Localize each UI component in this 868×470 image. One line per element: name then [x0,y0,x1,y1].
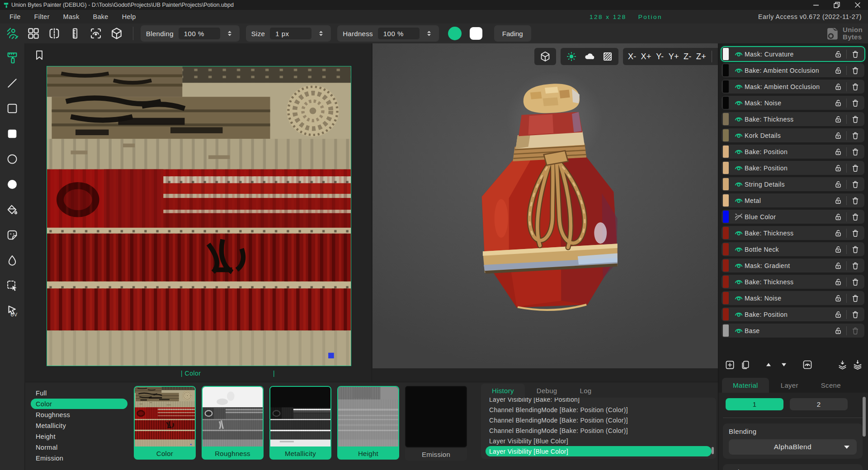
secondary-color-swatch[interactable] [470,27,482,40]
layer-visibility-button[interactable] [733,293,745,303]
history-list[interactable]: Layer Visibility [Bake: Position]Channel… [481,398,716,459]
layer-row[interactable]: Mask: Gradient [722,258,864,273]
history-entry[interactable]: Layer Visibility [Blue Color] [486,446,712,456]
background-pattern-button[interactable] [599,50,616,63]
layer-visibility-button[interactable] [733,212,745,222]
layer-lock-button[interactable] [832,82,844,91]
layer-visibility-toggle-button[interactable] [802,359,813,371]
grid-tiles-button[interactable] [24,25,42,42]
potion-model[interactable] [453,73,637,344]
layer-delete-button[interactable] [849,66,861,75]
layer-delete-button[interactable] [849,196,861,205]
layer-delete-button[interactable] [849,326,861,335]
tool-select-region[interactable] [5,278,19,293]
light-button[interactable] [563,50,580,63]
layer-delete-button[interactable] [849,82,861,91]
focus-view-button[interactable] [87,25,105,42]
move-layer-up-button[interactable] [763,359,774,371]
layer-visibility-button[interactable] [733,326,745,336]
layer-delete-button[interactable] [849,261,861,270]
layer-row[interactable]: Blue Color [722,210,864,224]
layer-lock-button[interactable] [832,196,844,205]
layer-row[interactable]: Mask: Noise [722,291,864,305]
menu-item[interactable]: Filter [28,13,57,20]
tool-water-drop[interactable] [5,253,19,268]
add-layer-button[interactable] [724,359,736,371]
layer-lock-button[interactable] [832,212,844,221]
viewport-3d[interactable]: X-X+Y-Y+Z-Z+ [373,43,718,368]
channel-item[interactable]: Normal [31,442,127,452]
history-tab[interactable]: Log [569,384,602,398]
size-stepper[interactable] [316,28,326,38]
channel-item[interactable]: Metallicity [31,420,127,431]
layer-lock-button[interactable] [832,66,844,75]
layer-delete-button[interactable] [849,310,861,319]
layer-lock-button[interactable] [832,326,844,335]
tool-fill-bucket[interactable] [5,202,19,217]
move-layer-down-button[interactable] [778,359,790,371]
merge-down-button[interactable] [836,359,848,371]
layer-lock-button[interactable] [832,180,844,189]
blending-input[interactable]: 100 % [179,28,220,39]
hardness-stepper[interactable] [425,28,434,38]
bookmark-button[interactable] [33,48,45,62]
layer-delete-button[interactable] [849,245,861,254]
material-panel-tab[interactable]: Layer [770,378,809,393]
layer-delete-button[interactable] [849,50,861,59]
channel-item[interactable]: Color [31,399,127,409]
layer-visibility-button[interactable] [733,196,745,206]
axis-view-button[interactable]: X- [626,50,639,63]
layer-visibility-button[interactable] [733,82,745,92]
material-slot-button[interactable]: 1 [726,398,783,410]
preview-metallicity[interactable]: Metallicity [269,386,331,461]
layer-delete-button[interactable] [849,99,861,108]
preview-height[interactable]: Height [337,386,399,461]
menu-item[interactable]: Help [115,13,143,20]
layer-lock-button[interactable] [832,294,844,303]
layer-row[interactable]: Mask: Ambient Occlusion [722,80,864,94]
tool-uv-select[interactable] [5,304,19,318]
material-scrollbar[interactable] [863,397,866,437]
texture-canvas[interactable] [47,66,351,366]
layer-visibility-button[interactable] [733,66,745,75]
preview-emission[interactable]: Emission [405,386,467,461]
menu-item[interactable]: File [3,13,28,20]
layer-visibility-button[interactable] [733,131,745,141]
merge-all-button[interactable] [852,359,863,371]
tool-rectangle-filled[interactable] [5,127,19,141]
layer-row[interactable]: Bake: Thickness [722,112,864,126]
layer-lock-button[interactable] [832,115,844,124]
preview-roughness[interactable]: Roughness [202,386,264,461]
layer-delete-button[interactable] [849,147,861,156]
material-panel-tab[interactable]: Material [722,378,769,393]
history-entry[interactable]: Channel BlendingMode [Bake: Position (Co… [486,415,712,425]
history-entry[interactable]: Layer Visibility [Blue Color] [486,436,712,446]
layer-delete-button[interactable] [849,164,861,173]
layer-row[interactable]: Bake: Position [722,161,864,175]
tool-circle-outline[interactable] [5,152,19,166]
layer-visibility-button[interactable] [733,179,745,189]
blending-stepper[interactable] [225,28,234,38]
history-tab[interactable]: History [481,384,525,398]
layer-row[interactable]: Bake: Thickness [722,226,864,240]
layer-lock-button[interactable] [832,277,844,287]
channel-item[interactable]: Full [31,388,127,398]
primary-color-swatch[interactable] [448,27,462,40]
minimize-button[interactable] [806,0,826,10]
layer-row[interactable]: Kork Details [722,128,864,142]
history-entry[interactable]: Channel BlendingMode [Bake: Position (Co… [486,404,712,415]
layer-delete-button[interactable] [849,180,861,189]
layer-delete-button[interactable] [849,212,861,221]
layer-row[interactable]: Mask: Noise [722,96,864,110]
layer-visibility-button[interactable] [733,114,745,124]
layer-row[interactable]: Bake: Thickness [722,275,864,289]
layer-lock-button[interactable] [832,131,844,140]
history-entry[interactable]: Channel BlendingMode [Bake: Position (Co… [486,425,712,436]
layer-visibility-button[interactable] [733,147,745,157]
layer-delete-button[interactable] [849,229,861,238]
layer-lock-button[interactable] [832,310,844,319]
maximize-button[interactable] [826,0,847,10]
history-scrollbar[interactable] [712,447,714,454]
layer-row[interactable]: Bake: Ambient Occlusion [722,63,864,77]
layer-visibility-button[interactable] [733,244,745,254]
